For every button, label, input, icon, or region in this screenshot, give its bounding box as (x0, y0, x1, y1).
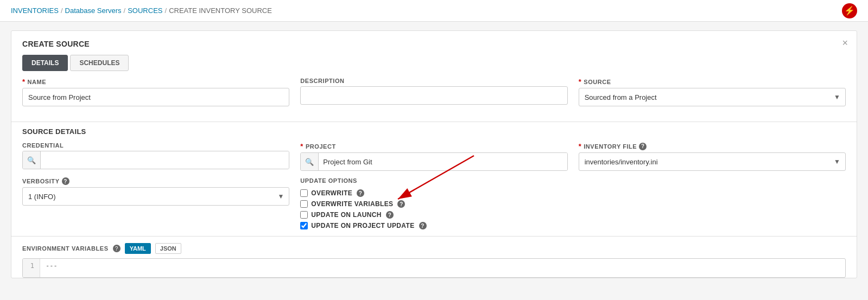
description-field-group: DESCRIPTION (300, 78, 567, 106)
update-on-launch-checkbox[interactable] (300, 211, 308, 219)
verbosity-label: VERBOSITY ? (22, 177, 289, 185)
source-select-wrapper: Sourced from a Project ▼ (579, 88, 846, 106)
create-source-card: CREATE SOURCE × DETAILS SCHEDULES * NAME… (11, 30, 857, 278)
update-options-label: UPDATE OPTIONS (300, 177, 567, 184)
project-search-icon: 🔍 (301, 153, 319, 170)
credential-input-wrapper: 🔍 (22, 151, 289, 169)
name-field-group: * NAME (22, 78, 289, 106)
name-required-star: * (22, 78, 26, 86)
lower-section-empty-col (579, 177, 846, 229)
source-select[interactable]: Sourced from a Project (579, 88, 846, 106)
main-form-grid: * NAME DESCRIPTION * SOURCE Sourced f (11, 71, 857, 113)
project-field-group: * PROJECT 🔍 (300, 142, 567, 171)
env-variables-section: ENVIRONMENT VARIABLES ? YAML JSON 1 --- (11, 236, 857, 278)
update-on-project-update-label: UPDATE ON PROJECT UPDATE (311, 222, 414, 229)
env-line-number: 1 (23, 259, 40, 277)
update-on-launch-label: UPDATE ON LAUNCH (311, 211, 382, 219)
update-options-wrapper: UPDATE OPTIONS OVERWRITE ? OVERWRITE VAR… (300, 177, 567, 229)
verbosity-select-wrapper: 0 (WARNING) 1 (INFO) 2 (DEBUG) ▼ (22, 187, 289, 206)
update-on-project-update-checkbox-row: UPDATE ON PROJECT UPDATE ? (300, 222, 567, 229)
breadcrumb-database-servers[interactable]: Database Servers (65, 7, 122, 15)
tab-bar: DETAILS SCHEDULES (11, 48, 857, 71)
project-input-wrapper: 🔍 (300, 152, 567, 171)
project-required-star: * (300, 142, 303, 150)
credential-input[interactable] (41, 151, 289, 169)
overwrite-checkbox-row: OVERWRITE ? (300, 189, 567, 197)
credential-search-icon: 🔍 (23, 151, 41, 169)
description-input[interactable] (300, 86, 567, 105)
app-icon: ⚡ (842, 3, 857, 18)
tab-details[interactable]: DETAILS (22, 55, 68, 71)
yaml-toggle-button[interactable]: YAML (125, 243, 151, 254)
description-label: DESCRIPTION (300, 78, 567, 84)
breadcrumb: INVENTORIES / Database Servers / SOURCES… (11, 7, 272, 15)
close-button[interactable]: × (842, 37, 848, 49)
overwrite-variables-label: OVERWRITE VARIABLES (311, 200, 393, 208)
source-details-grid: CREDENTIAL 🔍 * PROJECT 🔍 * (11, 136, 857, 177)
env-code-area: 1 --- (22, 258, 846, 278)
breadcrumb-sources[interactable]: SOURCES (128, 7, 162, 15)
inventory-file-help-icon[interactable]: ? (639, 143, 647, 150)
project-input[interactable] (319, 153, 567, 170)
overwrite-variables-help-icon[interactable]: ? (397, 200, 405, 208)
breadcrumb-sep-3: / (165, 7, 167, 15)
breadcrumb-sep-1: / (61, 7, 63, 15)
overwrite-variables-checkbox[interactable] (300, 200, 308, 208)
inventory-file-select-wrapper: inventories/inventory.ini ▼ (579, 152, 846, 171)
source-details-section-label: SOURCE DETAILS (11, 122, 857, 136)
overwrite-help-icon[interactable]: ? (357, 189, 364, 197)
update-on-launch-help-icon[interactable]: ? (386, 211, 394, 219)
env-label-row: ENVIRONMENT VARIABLES ? YAML JSON (22, 243, 846, 254)
verbosity-field-group: VERBOSITY ? 0 (WARNING) 1 (INFO) 2 (DEBU… (22, 177, 289, 229)
update-on-project-update-help-icon[interactable]: ? (419, 222, 427, 229)
verbosity-help-icon[interactable]: ? (62, 177, 69, 185)
update-options-group: UPDATE OPTIONS OVERWRITE ? OVERWRITE VAR… (300, 177, 567, 229)
update-on-launch-checkbox-row: UPDATE ON LAUNCH ? (300, 211, 567, 219)
card-header: CREATE SOURCE × (11, 31, 857, 48)
env-code-content[interactable]: --- (40, 259, 845, 277)
credential-field-group: CREDENTIAL 🔍 (22, 142, 289, 171)
top-navigation-bar: INVENTORIES / Database Servers / SOURCES… (0, 0, 868, 22)
project-label: * PROJECT (300, 142, 567, 150)
overwrite-checkbox[interactable] (300, 189, 308, 197)
inventory-file-select[interactable]: inventories/inventory.ini (579, 152, 846, 171)
breadcrumb-current: CREATE INVENTORY SOURCE (169, 7, 272, 15)
source-field-group: * SOURCE Sourced from a Project ▼ (579, 78, 846, 106)
breadcrumb-inventories[interactable]: INVENTORIES (11, 7, 59, 15)
name-input[interactable] (22, 88, 289, 106)
json-toggle-button[interactable]: JSON (155, 243, 181, 254)
source-label: * SOURCE (579, 78, 846, 86)
inventory-file-field-group: * INVENTORY FILE ? inventories/inventory… (579, 142, 846, 171)
tab-schedules[interactable]: SCHEDULES (70, 55, 129, 71)
credential-label: CREDENTIAL (22, 142, 289, 149)
overwrite-variables-checkbox-row: OVERWRITE VARIABLES ? (300, 200, 567, 208)
inventory-file-required-star: * (579, 142, 582, 150)
source-required-star: * (579, 78, 582, 86)
update-on-project-update-checkbox[interactable] (300, 222, 308, 229)
card-title: CREATE SOURCE (22, 40, 90, 48)
env-variables-label: ENVIRONMENT VARIABLES (22, 245, 109, 252)
inventory-file-label: * INVENTORY FILE ? (579, 142, 846, 150)
lower-section: VERBOSITY ? 0 (WARNING) 1 (INFO) 2 (DEBU… (11, 177, 857, 236)
env-variables-help-icon[interactable]: ? (113, 245, 121, 252)
main-content: CREATE SOURCE × DETAILS SCHEDULES * NAME… (0, 22, 868, 287)
name-label: * NAME (22, 78, 289, 86)
verbosity-select[interactable]: 0 (WARNING) 1 (INFO) 2 (DEBUG) (22, 187, 289, 206)
overwrite-label: OVERWRITE (311, 189, 352, 197)
breadcrumb-sep-2: / (124, 7, 126, 15)
